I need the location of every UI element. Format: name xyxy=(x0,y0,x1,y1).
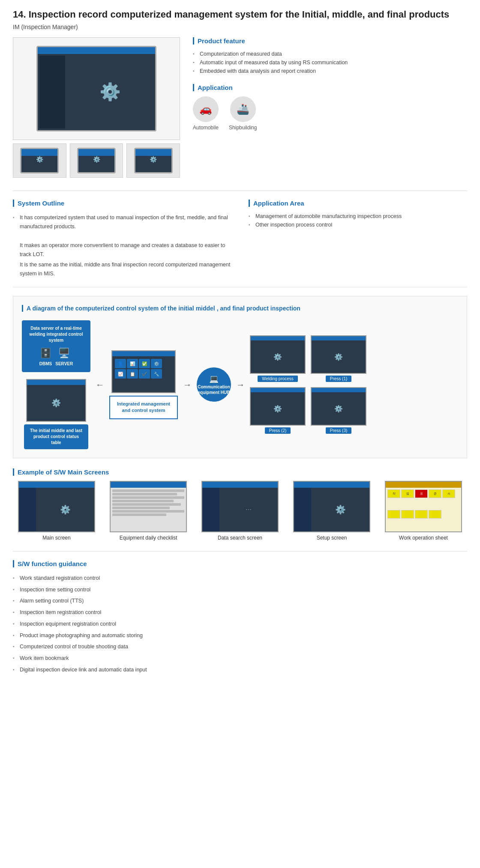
divider-1 xyxy=(13,191,467,191)
system-outline-text: It has computerized system that used to … xyxy=(13,212,231,279)
welding-process-screen: ⚙️ Welding process xyxy=(250,335,306,382)
welding-process-label: Welding process xyxy=(258,376,298,382)
press3-label: Press (3) xyxy=(326,427,352,434)
feature-item-3: Embedded with data analysis and report c… xyxy=(193,67,467,75)
sw-screen-main: ⚙️ xyxy=(18,481,95,532)
guidance-item-2: Inspection time setting control xyxy=(13,584,467,596)
guidance-item-8: Work item bookmark xyxy=(13,653,467,664)
arrow-left: ← xyxy=(96,380,104,390)
press3-screen: ⚙️ Press (3) xyxy=(311,387,366,434)
press2-label: Press (2) xyxy=(265,427,291,434)
thumbnail-1: ⚙️ xyxy=(13,143,66,178)
guidance-item-6: Product image photographing and automati… xyxy=(13,630,467,641)
sw-screen-table xyxy=(110,481,187,532)
press2-icon: ⚙️ xyxy=(273,405,282,413)
dbms-group: 🗄️ DBMS xyxy=(39,347,52,367)
sw-screen-search: ⋯ xyxy=(201,481,279,532)
automobile-label: Automobile xyxy=(193,125,219,131)
guidance-list: Work standard registration control Inspe… xyxy=(13,573,467,676)
machine-icon: ⚙️ xyxy=(99,82,121,102)
screens-row: ⚙️ Main screen xyxy=(13,481,467,541)
outline-text-2: It makes an operator more convenrlient t… xyxy=(13,241,231,260)
guidance-item-9: Digital inspection device link and autom… xyxy=(13,664,467,676)
guidance-section: S/W function guidance Work standard regi… xyxy=(13,560,467,676)
application-area-section: Application Area Management of automobil… xyxy=(249,200,467,279)
application-area-list: Management of automobile manufacturing i… xyxy=(249,212,467,229)
guidance-item-5: Inspection equipment registration contro… xyxy=(13,618,467,630)
product-feature-heading: Product feature xyxy=(193,37,467,45)
status-machine-icon: ⚙️ xyxy=(51,398,61,408)
status-table-group: ⚙️ The initial middle and last product c… xyxy=(24,379,88,449)
guidance-item-1: Work standard registration control xyxy=(13,573,467,584)
thumbnail-2: ⚙️ xyxy=(70,143,123,178)
sw-screens-heading: Example of S/W Main Screens xyxy=(13,468,467,476)
hub-text: Communication equipment HUB xyxy=(197,384,231,395)
screen-search-caption: Data search screen xyxy=(218,535,262,541)
screen-operation-caption: Work operation sheet xyxy=(399,535,448,541)
diagram-main: Data server of a real-time welding integ… xyxy=(22,320,458,449)
app-area-item-2: Other inspection process control xyxy=(249,221,467,229)
diagram-left: Data server of a real-time welding integ… xyxy=(22,320,90,449)
setup-icon: ⚙️ xyxy=(335,504,346,515)
server-box-text: Data server of a real-time welding integ… xyxy=(26,325,86,343)
server-label: SERVER xyxy=(55,361,73,367)
main-screen-mock: ⚙️ xyxy=(36,46,156,131)
status-mini-screen: ⚙️ xyxy=(26,379,86,422)
page-subtitle: IM (Inspection Manager) xyxy=(13,24,467,30)
sw-screen-setup: ⚙️ xyxy=(293,481,370,532)
feature-list: Computerization of measured data Automat… xyxy=(193,50,467,75)
diagram-title: A diagram of the computerized control sy… xyxy=(22,305,458,312)
dbms-icon: 🗄️ xyxy=(40,347,51,360)
divider-2 xyxy=(13,287,467,287)
feature-item-2: Automatic input of measured data by usin… xyxy=(193,58,467,67)
welding-icon: ⚙️ xyxy=(273,353,282,361)
screen-setup-caption: Setup screen xyxy=(317,535,347,541)
screen-setup: ⚙️ Setup screen xyxy=(288,481,375,541)
main-image: ⚙️ xyxy=(13,37,180,140)
right-screens: ⚙️ Welding process ⚙️ Press (1) xyxy=(250,335,366,434)
hub-circle: 💻 Communication equipment HUB xyxy=(197,367,231,402)
top-section: ⚙️ ⚙️ ⚙️ xyxy=(13,37,467,178)
screen-pair-top: ⚙️ Welding process ⚙️ Press (1) xyxy=(250,335,366,382)
dbms-label: DBMS xyxy=(39,361,52,367)
guidance-item-3: Alarm setting control (TTS) xyxy=(13,595,467,607)
mgmt-screen: 👤 📊 ✅ ⚙️ 📈 📋 ✔️ 🔧 xyxy=(111,350,176,393)
outline-area-section: System Outline It has computerized syste… xyxy=(13,200,467,279)
sw-screens-section: Example of S/W Main Screens ⚙️ Main scre… xyxy=(13,468,467,541)
system-outline-section: System Outline It has computerized syste… xyxy=(13,200,231,279)
divider-3 xyxy=(13,551,467,552)
automobile-icon: 🚗 xyxy=(193,96,219,122)
screen-pair-bottom: ⚙️ Press (2) ⚙️ Press (3) xyxy=(250,387,366,434)
welding-screen-mock: ⚙️ xyxy=(250,335,306,374)
image-section: ⚙️ ⚙️ ⚙️ xyxy=(13,37,180,178)
main-screen-icon: ⚙️ xyxy=(60,504,71,515)
server-icon: 🖥️ xyxy=(58,347,70,360)
application-heading: Application xyxy=(193,84,467,91)
screen-checklist: Equipment daily checklist xyxy=(105,481,192,541)
press3-screen-mock: ⚙️ xyxy=(311,387,366,426)
mgmt-label: Integrated management and control system xyxy=(109,396,178,419)
outline-item-1: It has computerized system that used to … xyxy=(13,212,231,233)
diagram-section: A diagram of the computerized control sy… xyxy=(13,296,467,458)
server-group: 🖥️ SERVER xyxy=(55,347,73,367)
outline-text-3: It is the same as the initial, middle an… xyxy=(13,260,231,279)
feature-item-1: Computerization of measured data xyxy=(193,50,467,58)
press1-screen: ⚙️ Press (1) xyxy=(311,335,366,382)
page-container: 14. Inspection record computerized manag… xyxy=(0,0,480,684)
sw-screen-yellow: 작 업 표 준 서 xyxy=(385,481,462,532)
screen-data-search: ⋯ Data search screen xyxy=(196,481,284,541)
status-box-label: The initial middle and last product cont… xyxy=(24,424,88,449)
screen-operation-sheet: 작 업 표 준 서 Work operation sheet xyxy=(380,481,467,541)
arrow-right-2: → xyxy=(236,380,245,390)
press1-icon: ⚙️ xyxy=(334,353,343,361)
server-box: Data server of a real-time welding integ… xyxy=(22,320,90,372)
dbms-server-icons: 🗄️ DBMS 🖥️ SERVER xyxy=(26,347,86,367)
page-title: 14. Inspection record computerized manag… xyxy=(13,9,467,21)
press1-screen-mock: ⚙️ xyxy=(311,335,366,374)
screen-checklist-caption: Equipment daily checklist xyxy=(120,535,177,541)
shipbuilding-icon: 🚢 xyxy=(230,96,256,122)
arrow-right: → xyxy=(183,380,192,390)
press2-screen-mock: ⚙️ xyxy=(250,387,306,426)
press2-screen: ⚙️ Press (2) xyxy=(250,387,306,434)
system-outline-heading: System Outline xyxy=(13,200,231,207)
